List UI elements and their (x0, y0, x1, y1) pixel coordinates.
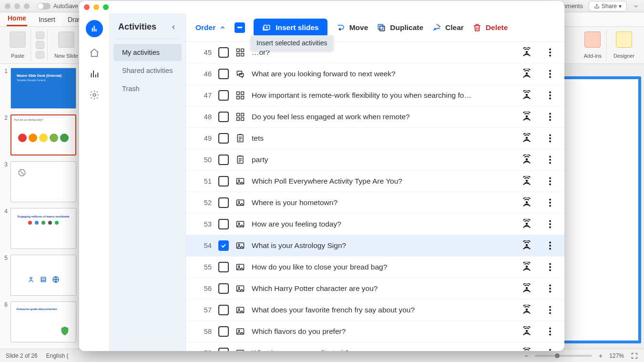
row-more-menu-icon[interactable] (545, 219, 555, 229)
slide-thumb-6[interactable]: 6 Enterprise grade data protection (2, 301, 79, 342)
slide-thumb-2[interactable]: 2 How are you feeling today? (2, 114, 79, 155)
broadcast-icon[interactable] (521, 326, 532, 337)
tab-home[interactable]: Home (7, 11, 27, 26)
order-sort-control[interactable]: Order (195, 23, 226, 32)
activity-row[interactable]: 45 …or? (186, 42, 564, 63)
activity-checkbox[interactable] (218, 90, 229, 101)
status-language[interactable]: English ( (46, 352, 69, 359)
ribbon-new-slide-group[interactable]: New Slide (50, 30, 83, 61)
modal-max-dot[interactable] (103, 4, 109, 10)
row-more-menu-icon[interactable] (545, 69, 555, 79)
share-button[interactable]: Share ▾ (589, 1, 627, 11)
row-more-menu-icon[interactable] (545, 284, 555, 293)
row-more-menu-icon[interactable] (545, 48, 555, 57)
broadcast-icon[interactable] (521, 47, 532, 58)
polleverywhere-logo[interactable] (86, 20, 103, 37)
activity-row[interactable]: 54 What is your Astrology Sign? (186, 235, 564, 257)
activity-checkbox[interactable] (218, 219, 229, 229)
broadcast-icon[interactable] (521, 155, 532, 165)
row-more-menu-icon[interactable] (545, 348, 555, 351)
activity-row[interactable]: 50 party (186, 149, 564, 171)
broadcast-icon[interactable] (521, 176, 532, 186)
row-more-menu-icon[interactable] (545, 241, 555, 250)
activity-row[interactable]: 53 How are you feeling today? (186, 214, 564, 235)
broadcast-icon[interactable] (521, 262, 532, 272)
subnav-shared-activities[interactable]: Shared activities (113, 62, 182, 79)
activity-checkbox[interactable] (218, 47, 229, 58)
broadcast-icon[interactable] (521, 133, 532, 144)
insert-slides-button[interactable]: Insert slides (254, 19, 327, 37)
slide-thumb-1[interactable]: 1 Master Slide Deck (External) Template … (2, 68, 79, 109)
activity-checkbox[interactable] (218, 326, 229, 337)
row-more-menu-icon[interactable] (545, 327, 555, 336)
autosave-toggle[interactable] (37, 3, 51, 10)
activity-checkbox[interactable] (218, 262, 229, 272)
row-more-menu-icon[interactable] (545, 134, 555, 143)
subnav-trash[interactable]: Trash (113, 80, 182, 97)
broadcast-icon[interactable] (521, 90, 532, 101)
select-all-checkbox-partial[interactable] (235, 22, 245, 33)
modal-min-dot[interactable] (93, 4, 99, 10)
row-more-menu-icon[interactable] (545, 91, 555, 100)
row-more-menu-icon[interactable] (545, 155, 555, 165)
activity-row[interactable]: 51 Which Poll Everywhere Activity Type A… (186, 171, 564, 192)
zoom-in-icon[interactable]: + (599, 352, 603, 360)
tab-insert[interactable]: Insert (38, 13, 56, 26)
broadcast-icon[interactable] (521, 348, 532, 351)
activity-checkbox[interactable] (218, 176, 229, 186)
broadcast-icon[interactable] (521, 305, 532, 315)
activity-checkbox[interactable] (218, 348, 229, 351)
clear-button[interactable]: Clear (432, 23, 464, 32)
activities-nav-icon[interactable] (89, 69, 100, 79)
zoom-slider[interactable] (535, 355, 592, 357)
activity-checkbox[interactable] (218, 133, 229, 144)
activity-row[interactable]: 57 What does your favorite french fry sa… (186, 300, 564, 321)
activity-row[interactable]: 55 How do you like to close your bread b… (186, 257, 564, 278)
activity-row[interactable]: 58 Which flavors do you prefer? (186, 321, 564, 342)
row-more-menu-icon[interactable] (545, 176, 555, 186)
zoom-percent[interactable]: 127% (609, 352, 624, 359)
broadcast-icon[interactable] (521, 69, 532, 79)
activity-checkbox[interactable] (218, 112, 229, 122)
activity-row[interactable]: 59 What is your personality trait? (186, 342, 564, 351)
activities-list[interactable]: 45 …or? 46 What are you looking forward … (186, 42, 564, 351)
home-nav-icon[interactable] (89, 48, 100, 58)
ribbon-collapse-icon[interactable] (633, 3, 639, 10)
broadcast-icon[interactable] (521, 240, 532, 251)
activity-checkbox[interactable] (218, 155, 229, 165)
activity-row[interactable]: 46 What are you looking forward to next … (186, 63, 564, 85)
activity-row[interactable]: 48 Do you feel less engaged at work when… (186, 106, 564, 128)
activity-checkbox[interactable] (218, 240, 229, 251)
slide-thumb-5[interactable]: 5 (2, 255, 79, 296)
row-more-menu-icon[interactable] (545, 112, 555, 122)
delete-button[interactable]: Delete (472, 23, 508, 32)
row-more-menu-icon[interactable] (545, 305, 555, 315)
ribbon-paste-group[interactable]: Paste (5, 30, 31, 61)
activity-checkbox[interactable] (218, 305, 229, 315)
subnav-my-activities[interactable]: My activities (113, 44, 182, 61)
settings-nav-icon[interactable] (89, 90, 100, 100)
move-button[interactable]: Move (336, 23, 368, 32)
fit-to-window-icon[interactable] (631, 352, 638, 360)
activity-checkbox[interactable] (218, 69, 229, 79)
activity-checkbox[interactable] (218, 197, 229, 208)
activity-checkbox[interactable] (218, 283, 229, 294)
activity-row[interactable]: 56 Which Harry Potter character are you? (186, 278, 564, 300)
ribbon-designer-group[interactable]: Designer (609, 30, 639, 61)
autosave-control[interactable]: AutoSave (37, 3, 78, 10)
modal-close-dot[interactable] (84, 4, 90, 10)
format-painter-icon[interactable] (36, 51, 44, 59)
row-more-menu-icon[interactable] (545, 198, 555, 207)
cut-icon[interactable] (36, 31, 44, 39)
slide-thumb-4[interactable]: 4 Engaging millions of teams worldwide (2, 208, 79, 249)
row-more-menu-icon[interactable] (545, 262, 555, 272)
collapse-subnav-icon[interactable] (170, 24, 177, 31)
ribbon-addins-group[interactable]: Add-ins (579, 30, 607, 61)
zoom-out-icon[interactable]: − (524, 352, 528, 360)
activity-row[interactable]: 49 tets (186, 128, 564, 149)
slide-thumb-3[interactable]: 3 (2, 161, 79, 202)
slide-thumbnails-strip[interactable]: 1 Master Slide Deck (External) Template … (0, 64, 81, 349)
duplicate-button[interactable]: Duplicate (377, 23, 423, 32)
broadcast-icon[interactable] (521, 197, 532, 208)
activity-row[interactable]: 47 How important is remote-work flexibil… (186, 85, 564, 106)
